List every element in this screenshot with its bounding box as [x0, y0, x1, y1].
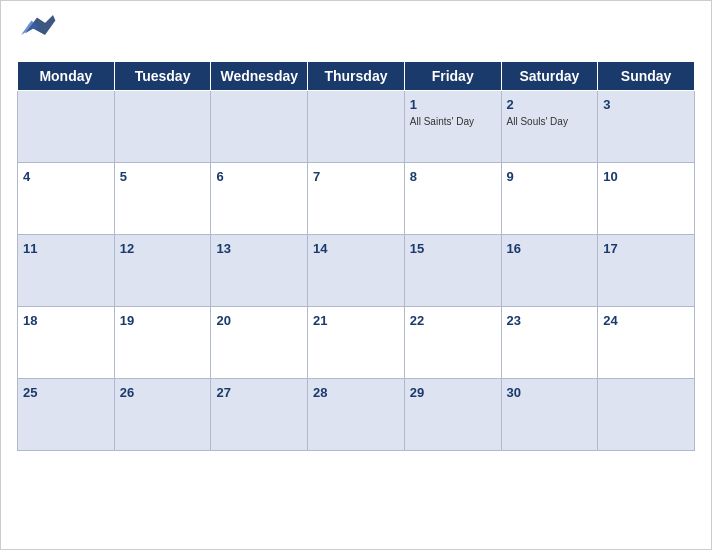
week-row-1: 1All Saints' Day2All Souls' Day3 — [18, 91, 695, 163]
table-row: 30 — [501, 379, 598, 451]
day-number: 16 — [507, 241, 521, 256]
day-number: 9 — [507, 169, 514, 184]
day-number: 27 — [216, 385, 230, 400]
day-number: 5 — [120, 169, 127, 184]
day-number: 15 — [410, 241, 424, 256]
table-row: 10 — [598, 163, 695, 235]
table-row: 15 — [404, 235, 501, 307]
day-number: 6 — [216, 169, 223, 184]
table-row: 13 — [211, 235, 308, 307]
table-row — [114, 91, 211, 163]
day-number: 23 — [507, 313, 521, 328]
table-row: 23 — [501, 307, 598, 379]
table-row — [211, 91, 308, 163]
day-number: 21 — [313, 313, 327, 328]
table-row: 21 — [308, 307, 405, 379]
day-number: 12 — [120, 241, 134, 256]
col-header-monday: Monday — [18, 62, 115, 91]
week-row-3: 11121314151617 — [18, 235, 695, 307]
table-row: 6 — [211, 163, 308, 235]
table-row — [308, 91, 405, 163]
table-row: 19 — [114, 307, 211, 379]
table-row: 29 — [404, 379, 501, 451]
table-row: 25 — [18, 379, 115, 451]
table-row: 2All Souls' Day — [501, 91, 598, 163]
day-number: 8 — [410, 169, 417, 184]
table-row: 18 — [18, 307, 115, 379]
calendar-table: MondayTuesdayWednesdayThursdayFridaySatu… — [17, 61, 695, 451]
day-number: 10 — [603, 169, 617, 184]
table-row — [18, 91, 115, 163]
week-row-2: 45678910 — [18, 163, 695, 235]
table-row: 24 — [598, 307, 695, 379]
day-number: 13 — [216, 241, 230, 256]
table-row — [598, 379, 695, 451]
day-number: 11 — [23, 241, 37, 256]
col-header-sunday: Sunday — [598, 62, 695, 91]
week-row-4: 18192021222324 — [18, 307, 695, 379]
table-row: 16 — [501, 235, 598, 307]
table-row: 27 — [211, 379, 308, 451]
col-header-friday: Friday — [404, 62, 501, 91]
calendar-header — [17, 11, 695, 53]
col-header-thursday: Thursday — [308, 62, 405, 91]
day-number: 17 — [603, 241, 617, 256]
table-row: 12 — [114, 235, 211, 307]
day-number: 2 — [507, 97, 514, 112]
day-number: 4 — [23, 169, 30, 184]
day-number: 28 — [313, 385, 327, 400]
month-title — [57, 11, 635, 15]
table-row: 7 — [308, 163, 405, 235]
table-row: 14 — [308, 235, 405, 307]
table-row: 28 — [308, 379, 405, 451]
table-row: 22 — [404, 307, 501, 379]
event-label: All Saints' Day — [410, 115, 496, 128]
table-row: 20 — [211, 307, 308, 379]
day-number: 29 — [410, 385, 424, 400]
day-number: 14 — [313, 241, 327, 256]
day-number: 22 — [410, 313, 424, 328]
col-header-wednesday: Wednesday — [211, 62, 308, 91]
logo-area — [17, 11, 57, 53]
calendar-tbody: 1All Saints' Day2All Souls' Day345678910… — [18, 91, 695, 451]
week-row-5: 252627282930 — [18, 379, 695, 451]
day-number: 25 — [23, 385, 37, 400]
logo-icon — [17, 11, 57, 39]
table-row: 11 — [18, 235, 115, 307]
table-row: 17 — [598, 235, 695, 307]
day-number: 7 — [313, 169, 320, 184]
day-number: 19 — [120, 313, 134, 328]
country-label — [635, 11, 695, 15]
calendar-container: MondayTuesdayWednesdayThursdayFridaySatu… — [0, 0, 712, 550]
table-row: 26 — [114, 379, 211, 451]
table-row: 1All Saints' Day — [404, 91, 501, 163]
day-number: 24 — [603, 313, 617, 328]
table-row: 5 — [114, 163, 211, 235]
day-number: 18 — [23, 313, 37, 328]
header-row: MondayTuesdayWednesdayThursdayFridaySatu… — [18, 62, 695, 91]
table-row: 4 — [18, 163, 115, 235]
day-number: 1 — [410, 97, 417, 112]
day-number: 20 — [216, 313, 230, 328]
event-label: All Souls' Day — [507, 115, 593, 128]
table-row: 8 — [404, 163, 501, 235]
col-header-tuesday: Tuesday — [114, 62, 211, 91]
calendar-thead: MondayTuesdayWednesdayThursdayFridaySatu… — [18, 62, 695, 91]
day-number: 30 — [507, 385, 521, 400]
table-row: 9 — [501, 163, 598, 235]
col-header-saturday: Saturday — [501, 62, 598, 91]
day-number: 3 — [603, 97, 610, 112]
table-row: 3 — [598, 91, 695, 163]
day-number: 26 — [120, 385, 134, 400]
